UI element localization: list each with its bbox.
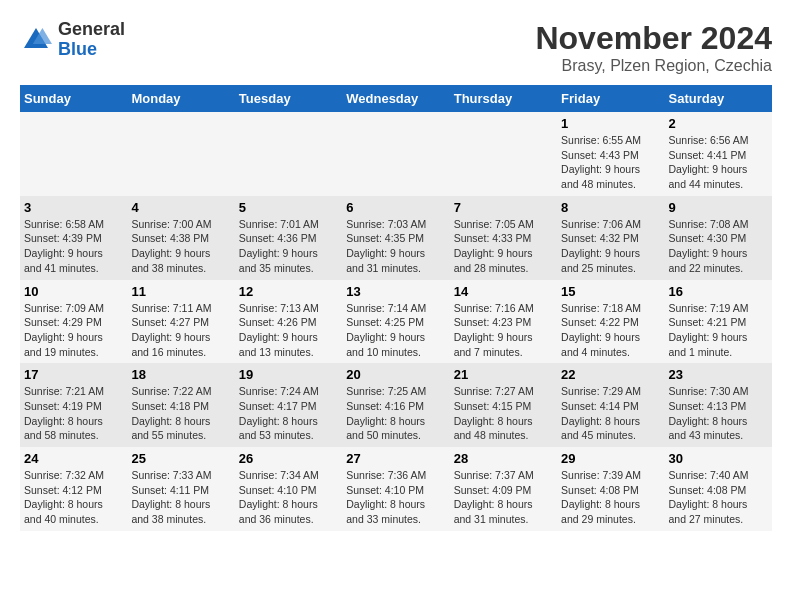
day-info: Sunrise: 7:30 AM Sunset: 4:13 PM Dayligh… (669, 384, 768, 443)
logo-blue-text: Blue (58, 40, 125, 60)
day-number: 24 (24, 451, 123, 466)
calendar-cell (235, 112, 342, 196)
header-monday: Monday (127, 85, 234, 112)
calendar-week-row: 10Sunrise: 7:09 AM Sunset: 4:29 PM Dayli… (20, 280, 772, 364)
day-number: 4 (131, 200, 230, 215)
day-info: Sunrise: 6:56 AM Sunset: 4:41 PM Dayligh… (669, 133, 768, 192)
day-number: 15 (561, 284, 660, 299)
logo-icon (20, 24, 52, 56)
day-number: 9 (669, 200, 768, 215)
day-info: Sunrise: 7:14 AM Sunset: 4:25 PM Dayligh… (346, 301, 445, 360)
day-info: Sunrise: 7:27 AM Sunset: 4:15 PM Dayligh… (454, 384, 553, 443)
calendar-cell (450, 112, 557, 196)
calendar-cell: 24Sunrise: 7:32 AM Sunset: 4:12 PM Dayli… (20, 447, 127, 531)
day-number: 30 (669, 451, 768, 466)
day-number: 27 (346, 451, 445, 466)
calendar-cell: 11Sunrise: 7:11 AM Sunset: 4:27 PM Dayli… (127, 280, 234, 364)
calendar-cell: 8Sunrise: 7:06 AM Sunset: 4:32 PM Daylig… (557, 196, 664, 280)
calendar-title: November 2024 (535, 20, 772, 57)
calendar-cell: 21Sunrise: 7:27 AM Sunset: 4:15 PM Dayli… (450, 363, 557, 447)
day-number: 13 (346, 284, 445, 299)
day-info: Sunrise: 7:11 AM Sunset: 4:27 PM Dayligh… (131, 301, 230, 360)
calendar-subtitle: Brasy, Plzen Region, Czechia (535, 57, 772, 75)
day-number: 11 (131, 284, 230, 299)
day-number: 2 (669, 116, 768, 131)
day-info: Sunrise: 7:03 AM Sunset: 4:35 PM Dayligh… (346, 217, 445, 276)
day-number: 19 (239, 367, 338, 382)
calendar-cell: 28Sunrise: 7:37 AM Sunset: 4:09 PM Dayli… (450, 447, 557, 531)
day-info: Sunrise: 7:29 AM Sunset: 4:14 PM Dayligh… (561, 384, 660, 443)
calendar-cell: 22Sunrise: 7:29 AM Sunset: 4:14 PM Dayli… (557, 363, 664, 447)
calendar-week-row: 1Sunrise: 6:55 AM Sunset: 4:43 PM Daylig… (20, 112, 772, 196)
day-info: Sunrise: 7:33 AM Sunset: 4:11 PM Dayligh… (131, 468, 230, 527)
day-info: Sunrise: 7:09 AM Sunset: 4:29 PM Dayligh… (24, 301, 123, 360)
calendar-header-row: SundayMondayTuesdayWednesdayThursdayFrid… (20, 85, 772, 112)
calendar-cell: 6Sunrise: 7:03 AM Sunset: 4:35 PM Daylig… (342, 196, 449, 280)
day-info: Sunrise: 7:24 AM Sunset: 4:17 PM Dayligh… (239, 384, 338, 443)
day-number: 28 (454, 451, 553, 466)
calendar-cell: 19Sunrise: 7:24 AM Sunset: 4:17 PM Dayli… (235, 363, 342, 447)
calendar-cell: 25Sunrise: 7:33 AM Sunset: 4:11 PM Dayli… (127, 447, 234, 531)
day-number: 6 (346, 200, 445, 215)
calendar-cell (342, 112, 449, 196)
calendar-cell (127, 112, 234, 196)
calendar-cell: 4Sunrise: 7:00 AM Sunset: 4:38 PM Daylig… (127, 196, 234, 280)
calendar-cell: 15Sunrise: 7:18 AM Sunset: 4:22 PM Dayli… (557, 280, 664, 364)
day-number: 12 (239, 284, 338, 299)
day-number: 23 (669, 367, 768, 382)
calendar-cell: 20Sunrise: 7:25 AM Sunset: 4:16 PM Dayli… (342, 363, 449, 447)
calendar-cell (20, 112, 127, 196)
day-info: Sunrise: 7:01 AM Sunset: 4:36 PM Dayligh… (239, 217, 338, 276)
day-info: Sunrise: 7:39 AM Sunset: 4:08 PM Dayligh… (561, 468, 660, 527)
day-number: 1 (561, 116, 660, 131)
day-number: 18 (131, 367, 230, 382)
day-number: 20 (346, 367, 445, 382)
calendar-cell: 3Sunrise: 6:58 AM Sunset: 4:39 PM Daylig… (20, 196, 127, 280)
day-number: 29 (561, 451, 660, 466)
day-number: 26 (239, 451, 338, 466)
day-info: Sunrise: 7:22 AM Sunset: 4:18 PM Dayligh… (131, 384, 230, 443)
day-number: 8 (561, 200, 660, 215)
day-info: Sunrise: 6:58 AM Sunset: 4:39 PM Dayligh… (24, 217, 123, 276)
header-wednesday: Wednesday (342, 85, 449, 112)
day-number: 22 (561, 367, 660, 382)
calendar-cell: 23Sunrise: 7:30 AM Sunset: 4:13 PM Dayli… (665, 363, 772, 447)
day-info: Sunrise: 6:55 AM Sunset: 4:43 PM Dayligh… (561, 133, 660, 192)
calendar-cell: 16Sunrise: 7:19 AM Sunset: 4:21 PM Dayli… (665, 280, 772, 364)
calendar-cell: 13Sunrise: 7:14 AM Sunset: 4:25 PM Dayli… (342, 280, 449, 364)
day-info: Sunrise: 7:40 AM Sunset: 4:08 PM Dayligh… (669, 468, 768, 527)
calendar-cell: 2Sunrise: 6:56 AM Sunset: 4:41 PM Daylig… (665, 112, 772, 196)
calendar-cell: 30Sunrise: 7:40 AM Sunset: 4:08 PM Dayli… (665, 447, 772, 531)
day-info: Sunrise: 7:37 AM Sunset: 4:09 PM Dayligh… (454, 468, 553, 527)
calendar-cell: 5Sunrise: 7:01 AM Sunset: 4:36 PM Daylig… (235, 196, 342, 280)
header: General Blue November 2024 Brasy, Plzen … (20, 20, 772, 75)
calendar-cell: 12Sunrise: 7:13 AM Sunset: 4:26 PM Dayli… (235, 280, 342, 364)
day-info: Sunrise: 7:36 AM Sunset: 4:10 PM Dayligh… (346, 468, 445, 527)
logo-general-text: General (58, 20, 125, 40)
day-number: 16 (669, 284, 768, 299)
day-info: Sunrise: 7:06 AM Sunset: 4:32 PM Dayligh… (561, 217, 660, 276)
day-info: Sunrise: 7:32 AM Sunset: 4:12 PM Dayligh… (24, 468, 123, 527)
calendar-week-row: 3Sunrise: 6:58 AM Sunset: 4:39 PM Daylig… (20, 196, 772, 280)
calendar-cell: 9Sunrise: 7:08 AM Sunset: 4:30 PM Daylig… (665, 196, 772, 280)
calendar-week-row: 17Sunrise: 7:21 AM Sunset: 4:19 PM Dayli… (20, 363, 772, 447)
calendar-cell: 17Sunrise: 7:21 AM Sunset: 4:19 PM Dayli… (20, 363, 127, 447)
calendar-cell: 7Sunrise: 7:05 AM Sunset: 4:33 PM Daylig… (450, 196, 557, 280)
header-friday: Friday (557, 85, 664, 112)
day-number: 3 (24, 200, 123, 215)
day-number: 25 (131, 451, 230, 466)
calendar-cell: 10Sunrise: 7:09 AM Sunset: 4:29 PM Dayli… (20, 280, 127, 364)
day-info: Sunrise: 7:25 AM Sunset: 4:16 PM Dayligh… (346, 384, 445, 443)
header-tuesday: Tuesday (235, 85, 342, 112)
day-info: Sunrise: 7:16 AM Sunset: 4:23 PM Dayligh… (454, 301, 553, 360)
day-info: Sunrise: 7:13 AM Sunset: 4:26 PM Dayligh… (239, 301, 338, 360)
calendar-table: SundayMondayTuesdayWednesdayThursdayFrid… (20, 85, 772, 531)
day-number: 10 (24, 284, 123, 299)
day-info: Sunrise: 7:19 AM Sunset: 4:21 PM Dayligh… (669, 301, 768, 360)
day-info: Sunrise: 7:05 AM Sunset: 4:33 PM Dayligh… (454, 217, 553, 276)
calendar-cell: 27Sunrise: 7:36 AM Sunset: 4:10 PM Dayli… (342, 447, 449, 531)
day-info: Sunrise: 7:21 AM Sunset: 4:19 PM Dayligh… (24, 384, 123, 443)
header-sunday: Sunday (20, 85, 127, 112)
day-info: Sunrise: 7:00 AM Sunset: 4:38 PM Dayligh… (131, 217, 230, 276)
day-number: 17 (24, 367, 123, 382)
